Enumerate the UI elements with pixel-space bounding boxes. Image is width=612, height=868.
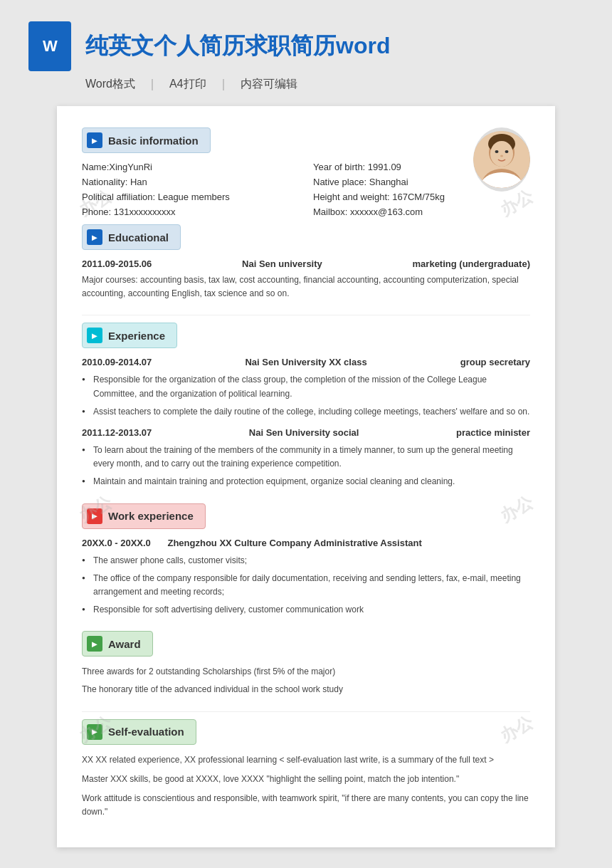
self-evaluation-header: ► Self-evaluation (82, 719, 196, 745)
title-row: W 纯英文个人简历求职简历word (28, 21, 390, 71)
selfeval-item-2: Master XXX skills, be good at XXXX, love… (82, 773, 530, 786)
exp-entry-2-date-row: 2011.12-2013.07 Nai Sen University socia… (82, 427, 530, 438)
experience-header: ► Experience (82, 323, 177, 348)
exp-entry-1-date: 2010.09-2014.07 (82, 357, 152, 367)
word-icon: W (28, 21, 71, 71)
field-phone: Phone: 131xxxxxxxxxx (82, 206, 299, 217)
exp-entry-1-date-row: 2010.09-2014.07 Nai Sen University XX cl… (82, 357, 530, 367)
edu-description: Major courses: accounting basis, tax law… (82, 273, 530, 300)
page-title: 纯英文个人简历求职简历word (85, 31, 390, 62)
self-evaluation-label: Self-evaluation (108, 726, 184, 738)
profile-photo (473, 127, 530, 192)
divider-2 (82, 711, 530, 712)
svg-point-8 (500, 155, 503, 157)
svg-point-5 (490, 141, 513, 167)
educational-label: Educational (108, 231, 169, 244)
photo-circle (473, 131, 530, 188)
award-label: Award (108, 638, 141, 650)
list-item: To learn about the training of the membe… (82, 444, 530, 471)
list-item: Responsible for soft advertising deliver… (82, 603, 530, 617)
work-entry-1-company: Zhengzhou XX Culture Company Administrat… (167, 538, 421, 548)
exp-entry-2-org: Nai Sen University social (249, 427, 359, 438)
selfeval-item-1: XX XX related experience, XX professiona… (82, 753, 530, 767)
experience-arrow: ► (87, 328, 102, 343)
award-item-2: The honorary title of the advanced indiv… (82, 683, 530, 696)
experience-label: Experience (108, 330, 165, 342)
list-item: Responsible for the organization of the … (82, 373, 530, 400)
work-entry-1-bullets: The answer phone calls, customer visits;… (82, 554, 530, 617)
exp-entry-1-org: Nai Sen University XX class (245, 357, 366, 367)
page-header: W 纯英文个人简历求职简历word Word格式 ｜ A4打印 ｜ 内容可编辑 (0, 0, 612, 106)
exp-entry-2-bullets: To learn about the training of the membe… (82, 444, 530, 489)
experience-section: ► Experience 2010.09-2014.07 Nai Sen Uni… (82, 323, 530, 488)
svg-point-6 (495, 150, 499, 153)
sep2: ｜ (218, 77, 229, 92)
resume-document: 办公 办公 办公 办公 办公 办公 ► Basic information (57, 106, 555, 847)
work-entry-1-date: 20XX.0 - 20XX.0 (82, 538, 151, 548)
work-experience-label: Work experience (108, 510, 194, 522)
edit-label: 内容可编辑 (241, 77, 297, 92)
educational-header: ► Educational (82, 224, 181, 250)
selfeval-item-3: Work attitude is conscientious and respo… (82, 792, 530, 819)
work-entry-1-date-row: 20XX.0 - 20XX.0 Zhengzhou XX Culture Com… (82, 538, 530, 548)
subtitle-row: Word格式 ｜ A4打印 ｜ 内容可编辑 (85, 77, 297, 92)
print-label: A4打印 (169, 77, 206, 92)
list-item: Assist teachers to complete the daily ro… (82, 405, 530, 419)
exp-entry-1-bullets: Responsible for the organization of the … (82, 373, 530, 419)
award-header: ► Award (82, 631, 153, 657)
self-evaluation-arrow: ► (87, 724, 102, 740)
field-political: Political affiliation: League members (82, 192, 299, 202)
field-name: Name:XingYunRi (82, 162, 299, 172)
list-item: The answer phone calls, customer visits; (82, 554, 530, 568)
basic-info-section: ► Basic information (82, 127, 530, 217)
edu-date: 2011.09-2015.06 (82, 258, 152, 269)
exp-entry-1-role: group secretary (460, 357, 530, 367)
work-experience-section: ► Work experience 20XX.0 - 20XX.0 Zhengz… (82, 503, 530, 617)
educational-section: ► Educational 2011.09-2015.06 Nai Sen un… (82, 224, 530, 300)
svg-point-7 (505, 150, 509, 153)
basic-info-arrow: ► (87, 132, 102, 148)
edu-date-row: 2011.09-2015.06 Nai Sen university marke… (82, 258, 530, 269)
sep1: ｜ (147, 77, 158, 92)
field-height: Height and weight: 167CM/75kg (313, 192, 530, 202)
basic-info-header: ► Basic information (82, 127, 211, 153)
exp-entry-2-date: 2011.12-2013.07 (82, 427, 152, 438)
list-item: Maintain and maintain training and prote… (82, 475, 530, 488)
field-email: Mailbox: xxxxxx@163.com (313, 206, 530, 217)
exp-entry-2-role: practice minister (456, 427, 530, 438)
divider-1 (82, 315, 530, 315)
award-section: ► Award Three awards for 2 outstanding S… (82, 631, 530, 696)
basic-info-label: Basic information (108, 135, 199, 147)
award-arrow: ► (87, 636, 102, 652)
field-nationality: Nationality: Han (82, 177, 299, 187)
work-experience-arrow: ► (87, 508, 102, 524)
list-item: The office of the company responsible fo… (82, 572, 530, 599)
self-evaluation-section: ► Self-evaluation XX XX related experien… (82, 719, 530, 820)
format-label: Word格式 (85, 77, 135, 92)
edu-university: Nai Sen university (242, 258, 322, 269)
edu-degree: marketing (undergraduate) (413, 258, 530, 269)
educational-arrow: ► (87, 229, 102, 245)
basic-info-grid: Name:XingYunRi Year of birth: 1991.09 Na… (82, 162, 530, 217)
award-item-1: Three awards for 2 outstanding Scholarsh… (82, 665, 530, 679)
work-experience-header: ► Work experience (82, 503, 206, 529)
